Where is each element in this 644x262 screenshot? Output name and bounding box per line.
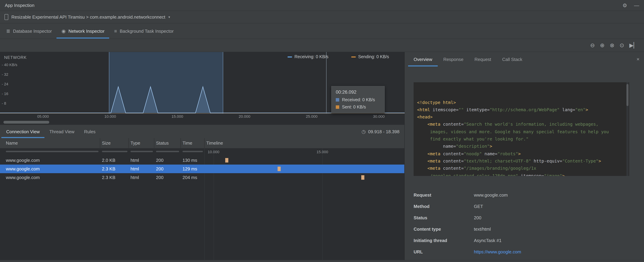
sent-swatch-icon: [336, 105, 339, 109]
code-line: name="description">: [417, 143, 624, 150]
response-preview[interactable]: <!doctype html><html itemscope="" itemty…: [414, 82, 629, 176]
tooltip-received-label: Received: 0 KB/s: [342, 98, 375, 102]
column-header-time[interactable]: Time: [182, 138, 192, 148]
timeline-tick: 15.000: [316, 150, 328, 154]
detail-tab-overview[interactable]: Overview: [408, 52, 438, 66]
titlebar: App Inspection ⚙ —: [0, 0, 644, 11]
code-line: <meta content="Search the world's inform…: [417, 121, 624, 128]
legend-label: Sending: 0 KB/s: [358, 54, 389, 59]
legend-swatch-icon: [288, 56, 292, 57]
tab-connection-view[interactable]: Connection View: [2, 125, 44, 138]
zoom-out-icon[interactable]: ⊖: [590, 42, 595, 48]
code-scrollbar-thumb[interactable]: [626, 84, 628, 106]
detail-tab-request[interactable]: Request: [469, 52, 496, 66]
detail-field-method: MethodGET: [414, 203, 521, 210]
cell-type: html: [130, 156, 139, 164]
process-selector[interactable]: Resizable Experimental API Tiramisu > co…: [11, 14, 165, 20]
timeline-marker: [225, 158, 228, 162]
cell-size: 2.0 KB: [102, 156, 115, 164]
cell-size: 2.3 KB: [102, 164, 115, 173]
field-label: Request: [414, 192, 474, 199]
y-axis-tick: - 24: [2, 82, 8, 86]
field-value: 200: [474, 214, 481, 221]
scrollbar-thumb[interactable]: [4, 121, 49, 124]
process-selector-bar: Resizable Experimental API Tiramisu > co…: [0, 11, 644, 24]
column-grip: [130, 151, 153, 152]
x-axis-tick: 05.000: [37, 114, 49, 118]
cell-time: 130 ms: [182, 156, 197, 164]
connections-table-header: NameSizeTypeStatusTimeTimeline: [0, 138, 404, 148]
cell-time: 204 ms: [182, 173, 197, 182]
x-axis-tick: 30.000: [373, 114, 384, 118]
detail-tab-call-stack[interactable]: Call Stack: [496, 52, 528, 66]
y-axis-tick: - 40 KB/s: [2, 63, 18, 67]
table-row[interactable]: www.google.com2.0 KBhtml200130 ms: [0, 156, 404, 164]
field-label: Content type: [414, 226, 474, 233]
table-row[interactable]: www.google.com2.3 KBhtml200129 ms: [0, 164, 404, 173]
column-header-status[interactable]: Status: [156, 138, 169, 148]
cell-name: www.google.com: [6, 164, 40, 173]
y-axis-tick: - 8: [2, 101, 6, 105]
timeline-tick: 10.000: [208, 150, 219, 154]
tab-rules[interactable]: Rules: [79, 125, 100, 138]
code-line: <html itemscope="" itemtype="http://sche…: [417, 106, 624, 114]
settings-gear-icon[interactable]: ⚙: [622, 2, 627, 8]
timeline-marker: [278, 167, 280, 171]
column-separator: [180, 138, 181, 148]
tab-label: Network Inspector: [68, 28, 104, 34]
tab-database-inspector[interactable]: ≣Database Inspector: [2, 24, 57, 38]
chart-horizontal-scrollbar[interactable]: [0, 120, 404, 125]
connection-tabs-bar: Connection ViewThread ViewRules ◷ 09.918…: [0, 125, 404, 138]
selection-range: ◷ 09.918 - 18.398: [362, 129, 400, 134]
chart-section-label: NETWORK: [4, 55, 27, 60]
detail-tab-response[interactable]: Response: [438, 52, 469, 66]
tooltip-sent-label: Sent: 0 KB/s: [342, 105, 366, 110]
go-live-icon[interactable]: ▶▏: [629, 42, 638, 48]
zoom-in-icon[interactable]: ⊕: [600, 42, 604, 48]
table-row[interactable]: www.google.com2.3 KBhtml200204 ms: [0, 173, 404, 182]
field-value-link[interactable]: https://www.google.com: [474, 248, 521, 256]
cell-status: 200: [156, 156, 164, 164]
cell-status: 200: [156, 164, 164, 173]
field-label: Status: [414, 214, 474, 221]
code-line: find exactly what you're looking for.": [417, 135, 624, 143]
column-grip: [6, 151, 98, 152]
legend-label: Receiving: 0 KB/s: [294, 54, 328, 59]
column-separator: [100, 138, 100, 148]
field-label: URL: [414, 248, 474, 256]
column-grip: [182, 151, 203, 152]
hide-toolwindow-icon[interactable]: —: [634, 2, 639, 8]
cell-name: www.google.com: [6, 173, 40, 182]
cell-status: 200: [156, 173, 164, 182]
legend-swatch-icon: [351, 56, 356, 57]
column-header-name[interactable]: Name: [6, 138, 18, 148]
column-header-type[interactable]: Type: [130, 138, 140, 148]
column-separator: [128, 138, 129, 148]
tooltip-received-row: Received: 0 KB/s: [336, 98, 380, 102]
detail-pane: OverviewResponseRequestCall Stack × <!do…: [405, 52, 644, 262]
reset-zoom-icon[interactable]: ⊗: [610, 42, 614, 48]
tooltip-sent-row: Sent: 0 KB/s: [336, 105, 380, 110]
database-icon: ≣: [6, 28, 10, 34]
column-separator: [154, 138, 154, 148]
cell-type: html: [130, 164, 139, 173]
detail-tab-bar: OverviewResponseRequestCall Stack: [405, 52, 644, 66]
received-swatch-icon: [336, 98, 339, 102]
chart-tooltip: 00:26.092 Received: 0 KB/s Sent: 0 KB/s: [331, 86, 385, 113]
detail-field-request: Requestwww.google.com: [414, 192, 521, 199]
tab-network-inspector[interactable]: ◉Network Inspector: [57, 24, 109, 38]
field-value: AsyncTask #1: [474, 237, 502, 244]
x-axis-tick: 20.000: [239, 114, 250, 118]
column-header-timeline[interactable]: Timeline: [206, 138, 223, 148]
cell-name: www.google.com: [6, 156, 40, 164]
cell-time: 129 ms: [182, 164, 197, 173]
zoom-to-selection-icon[interactable]: ⊙: [620, 42, 624, 48]
tab-background-task-inspector[interactable]: ≡Background Task Inspector: [109, 24, 178, 38]
column-header-size[interactable]: Size: [102, 138, 111, 148]
detail-field-status: Status200: [414, 214, 521, 221]
y-axis-tick: - 32: [2, 72, 8, 76]
detail-field-initiating-thread: Initiating threadAsyncTask #1: [414, 237, 521, 244]
close-icon[interactable]: ×: [636, 56, 640, 62]
code-line: images, videos and more. Google has many…: [417, 128, 624, 136]
tab-thread-view[interactable]: Thread View: [44, 125, 80, 138]
